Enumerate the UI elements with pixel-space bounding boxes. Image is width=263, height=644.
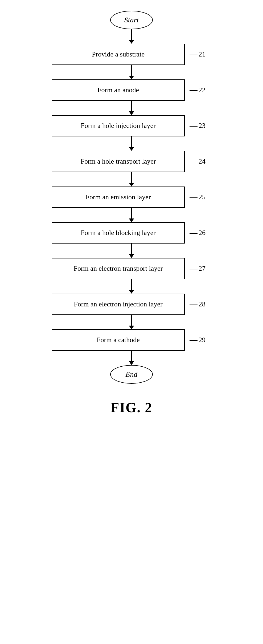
step-22-label: Form an anode — [97, 86, 139, 94]
step-23-wrapper: Form a hole injection layer 23 — [52, 115, 211, 136]
step-23-label: Form a hole injection layer — [81, 122, 156, 130]
step-27-ref: 27 — [190, 265, 206, 273]
step-26-wrapper: Form a hole blocking layer 26 — [52, 222, 211, 244]
step-25-box: Form an emission layer — [52, 187, 185, 208]
step-21-wrapper: Provide a substrate 21 — [52, 44, 211, 65]
arrow-4 — [129, 136, 134, 151]
arrow-head — [129, 111, 134, 115]
step-25-label: Form an emission layer — [86, 193, 151, 201]
arrow-line — [131, 172, 132, 183]
step-24-wrapper: Form a hole transport layer 24 — [52, 151, 211, 172]
step-27-box: Form an electron transport layer — [52, 258, 185, 279]
arrow-8 — [129, 279, 134, 294]
step-28-label: Form an electron injection layer — [74, 300, 163, 308]
step-29-box: Form a cathode — [52, 329, 185, 351]
step-29-ref: 29 — [190, 336, 206, 344]
step-27-wrapper: Form an electron transport layer 27 — [52, 258, 211, 279]
arrow-line — [131, 208, 132, 218]
arrow-line — [131, 29, 132, 40]
step-21-ref: 21 — [190, 50, 206, 58]
arrow-10 — [129, 351, 134, 365]
arrow-line — [131, 136, 132, 147]
arrow-9 — [129, 315, 134, 329]
step-28-box: Form an electron injection layer — [52, 294, 185, 315]
arrow-head — [129, 218, 134, 222]
page-container: Start Provide a substrate 21 Form an ano… — [0, 0, 263, 644]
arrow-7 — [129, 244, 134, 258]
arrow-head — [129, 183, 134, 187]
arrow-head — [129, 76, 134, 79]
step-29-wrapper: Form a cathode 29 — [52, 329, 211, 351]
step-23-ref: 23 — [190, 122, 206, 130]
start-label: Start — [124, 16, 139, 24]
arrow-3 — [129, 101, 134, 115]
step-24-label: Form a hole transport layer — [80, 157, 156, 165]
arrow-6 — [129, 208, 134, 222]
arrow-line — [131, 315, 132, 326]
figure-label: FIG. 2 — [111, 400, 152, 415]
arrow-1 — [129, 29, 134, 44]
arrow-line — [131, 101, 132, 111]
arrow-2 — [129, 65, 134, 79]
arrow-line — [131, 244, 132, 254]
step-27-label: Form an electron transport layer — [74, 265, 163, 273]
arrow-line — [131, 351, 132, 361]
step-22-wrapper: Form an anode 22 — [52, 79, 211, 101]
step-26-label: Form a hole blocking layer — [81, 229, 156, 237]
step-21-label: Provide a substrate — [92, 50, 145, 58]
start-oval: Start — [110, 11, 153, 29]
step-22-ref: 22 — [190, 86, 206, 94]
arrow-head — [129, 326, 134, 329]
arrow-head — [129, 254, 134, 258]
step-25-ref: 25 — [190, 193, 206, 201]
step-28-ref: 28 — [190, 300, 206, 308]
step-26-box: Form a hole blocking layer — [52, 222, 185, 244]
arrow-head — [129, 40, 134, 44]
arrow-line — [131, 279, 132, 290]
arrow-5 — [129, 172, 134, 187]
flowchart: Start Provide a substrate 21 Form an ano… — [52, 11, 211, 384]
step-22-box: Form an anode — [52, 79, 185, 101]
step-21-box: Provide a substrate — [52, 44, 185, 65]
arrow-head — [129, 147, 134, 151]
end-label: End — [125, 370, 137, 379]
step-24-ref: 24 — [190, 157, 206, 165]
step-23-box: Form a hole injection layer — [52, 115, 185, 136]
step-25-wrapper: Form an emission layer 25 — [52, 187, 211, 208]
step-26-ref: 26 — [190, 229, 206, 237]
step-28-wrapper: Form an electron injection layer 28 — [52, 294, 211, 315]
step-24-box: Form a hole transport layer — [52, 151, 185, 172]
step-29-label: Form a cathode — [97, 336, 140, 344]
arrow-head — [129, 290, 134, 294]
end-oval: End — [110, 365, 153, 384]
arrow-line — [131, 65, 132, 76]
arrow-head — [129, 361, 134, 365]
